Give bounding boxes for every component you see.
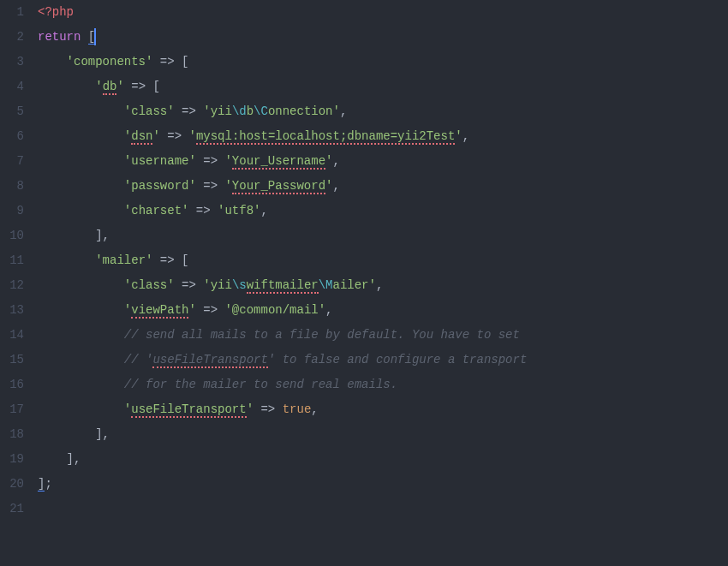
spell-error: viewPath — [131, 303, 188, 319]
code-line: 'components' => [ — [38, 50, 728, 74]
spell-error: Your_Username — [232, 154, 325, 170]
code-line: <?php — [38, 0, 728, 25]
spell-error: useFileTransport — [131, 402, 246, 418]
code-line: 'useFileTransport' => true, — [38, 397, 728, 422]
spell-error: useFileTransport — [152, 353, 267, 368]
line-number: 5 — [0, 99, 24, 124]
code-line: 'db' => [ — [38, 74, 728, 99]
code-line — [38, 497, 728, 521]
line-number: 7 — [0, 149, 24, 174]
line-number: 2 — [0, 25, 24, 50]
line-number: 14 — [0, 323, 24, 348]
line-number: 20 — [0, 472, 24, 497]
keyword-return: return — [38, 30, 81, 44]
code-line: return [ — [38, 25, 728, 50]
code-area[interactable]: <?php return [ 'components' => [ 'db' =>… — [33, 0, 728, 566]
code-line: 'viewPath' => '@common/mail', — [38, 298, 728, 323]
code-line: // 'useFileTransport' to false and confi… — [38, 348, 728, 372]
line-number: 4 — [0, 74, 24, 99]
comment: // for the mailer to send real emails. — [124, 378, 397, 391]
line-number: 6 — [0, 124, 24, 149]
line-number: 3 — [0, 50, 24, 74]
code-line: 'class' => 'yii\db\Connection', — [38, 99, 728, 124]
line-number: 11 — [0, 248, 24, 273]
code-line: ], — [38, 447, 728, 472]
constant-true: true — [283, 402, 312, 416]
line-number: 12 — [0, 273, 24, 298]
line-number: 16 — [0, 372, 24, 397]
php-open-tag: <?php — [38, 5, 74, 19]
line-number: 17 — [0, 397, 24, 422]
spell-error: dsn — [131, 129, 152, 145]
line-number: 10 — [0, 223, 24, 248]
code-line: ]; — [38, 472, 728, 497]
spell-error: mysql:host=localhost;dbname=yii2Test — [196, 129, 455, 145]
code-line: 'dsn' => 'mysql:host=localhost;dbname=yi… — [38, 124, 728, 149]
code-line: ], — [38, 422, 728, 447]
line-number: 18 — [0, 422, 24, 447]
string-key: 'components' — [67, 55, 153, 69]
cursor-icon — [94, 28, 96, 45]
spell-error: wiftmailer — [247, 278, 319, 294]
line-number: 15 — [0, 348, 24, 372]
code-line: // send all mails to a file by default. … — [38, 323, 728, 348]
code-editor[interactable]: 1 2 3 4 5 6 7 8 9 10 11 12 13 14 15 16 1… — [0, 0, 728, 566]
spell-error: Your_Password — [232, 179, 325, 194]
code-line: 'mailer' => [ — [38, 248, 728, 273]
code-line: 'password' => 'Your_Password', — [38, 174, 728, 199]
code-line: 'class' => 'yii\swiftmailer\Mailer', — [38, 273, 728, 298]
line-number: 9 — [0, 199, 24, 223]
code-line: // for the mailer to send real emails. — [38, 372, 728, 397]
line-number-gutter: 1 2 3 4 5 6 7 8 9 10 11 12 13 14 15 16 1… — [0, 0, 33, 566]
line-number: 21 — [0, 497, 24, 521]
line-number: 8 — [0, 174, 24, 199]
comment: // send all mails to a file by default. … — [124, 328, 520, 342]
line-number: 19 — [0, 447, 24, 472]
spell-error: db — [103, 80, 117, 95]
code-line: ], — [38, 223, 728, 248]
line-number: 13 — [0, 298, 24, 323]
code-line: 'username' => 'Your_Username', — [38, 149, 728, 174]
line-number: 1 — [0, 0, 24, 25]
code-line: 'charset' => 'utf8', — [38, 199, 728, 223]
